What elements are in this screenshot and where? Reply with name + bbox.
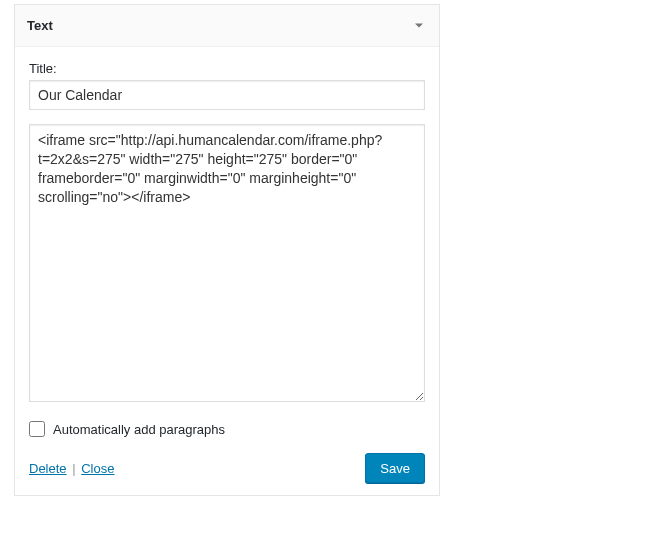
delete-link[interactable]: Delete	[29, 461, 67, 476]
save-button[interactable]: Save	[365, 453, 425, 483]
widget-header-title: Text	[27, 18, 53, 33]
link-separator: |	[72, 461, 75, 476]
autop-checkbox[interactable]	[29, 421, 45, 437]
widget-footer: Delete | Close Save	[29, 453, 425, 483]
widget-header[interactable]: Text	[15, 5, 439, 47]
autop-row: Automatically add paragraphs	[29, 421, 425, 437]
content-textarea[interactable]: <iframe src="http://api.humancalendar.co…	[29, 124, 425, 402]
title-label: Title:	[29, 61, 425, 76]
text-widget: Text Title: <iframe src="http://api.huma…	[14, 4, 440, 496]
autop-label[interactable]: Automatically add paragraphs	[53, 422, 225, 437]
title-input[interactable]	[29, 80, 425, 110]
chevron-down-icon	[411, 18, 427, 34]
widget-links: Delete | Close	[29, 461, 114, 476]
widget-body: Title: <iframe src="http://api.humancale…	[15, 47, 439, 495]
close-link[interactable]: Close	[81, 461, 114, 476]
